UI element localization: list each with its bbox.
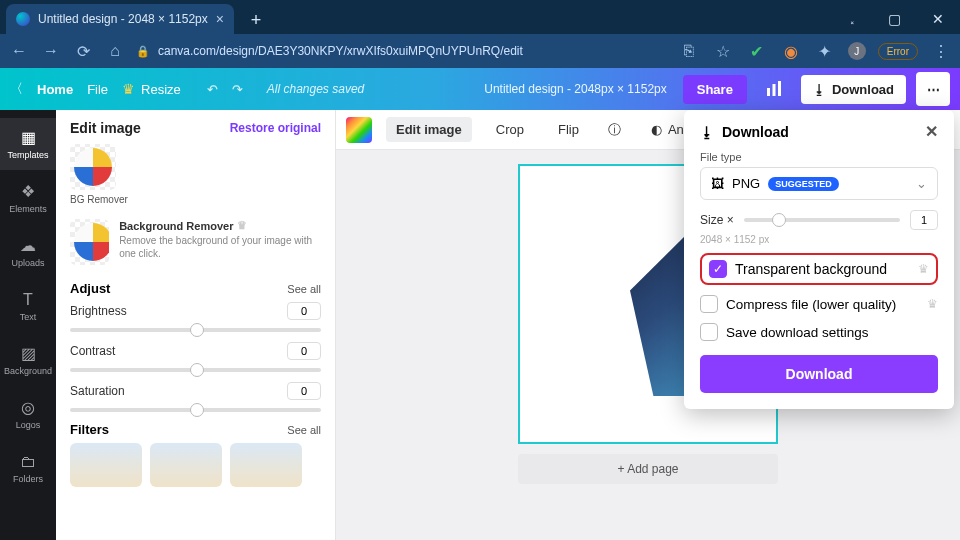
home-button[interactable]: Home bbox=[37, 82, 73, 97]
extension-shield-icon[interactable]: ✔ bbox=[746, 40, 768, 62]
file-type-select[interactable]: 🖼 PNG SUGGESTED ⌄ bbox=[700, 167, 938, 200]
file-menu[interactable]: File bbox=[87, 82, 108, 97]
url-text: canva.com/design/DAE3Y30NKPY/xrwXIfs0xui… bbox=[158, 44, 523, 58]
save-status: All changes saved bbox=[267, 82, 364, 96]
contrast-value[interactable]: 0 bbox=[287, 342, 321, 360]
window-close-icon[interactable]: ✕ bbox=[916, 4, 960, 34]
error-badge[interactable]: Error bbox=[878, 43, 918, 60]
saturation-value[interactable]: 0 bbox=[287, 382, 321, 400]
canva-favicon bbox=[16, 12, 30, 26]
bookmark-icon[interactable]: ☆ bbox=[712, 40, 734, 62]
elements-icon: ❖ bbox=[21, 182, 35, 201]
filters-header: Filters bbox=[70, 422, 109, 437]
download-popover: ⭳ Download ✕ File type 🖼 PNG SUGGESTED ⌄… bbox=[684, 110, 954, 409]
back-chevron-icon[interactable]: 〈 bbox=[10, 80, 23, 98]
slider-knob[interactable] bbox=[190, 323, 204, 337]
folders-icon: 🗀 bbox=[20, 453, 36, 471]
window-maximize-icon[interactable]: ▢ bbox=[872, 4, 916, 34]
uploads-icon: ☁ bbox=[20, 236, 36, 255]
filter-thumb[interactable] bbox=[150, 443, 222, 487]
nav-text[interactable]: TText bbox=[0, 280, 56, 332]
size-label: Size × bbox=[700, 213, 734, 227]
canvas-area: Edit image Crop Flip ⓘ ◐Animate + Add pa… bbox=[336, 110, 960, 540]
tab-title: Untitled design - 2048 × 1152px bbox=[38, 12, 208, 26]
extension-orange-icon[interactable]: ◉ bbox=[780, 40, 802, 62]
profile-avatar[interactable]: J bbox=[848, 42, 866, 60]
redo-icon[interactable]: ↷ bbox=[232, 82, 243, 97]
save-settings-row[interactable]: Save download settings bbox=[700, 323, 938, 341]
text-icon: T bbox=[23, 291, 33, 309]
color-picker[interactable] bbox=[346, 117, 372, 143]
browser-url-bar: ← → ⟳ ⌂ 🔒 canva.com/design/DAE3Y30NKPY/x… bbox=[0, 34, 960, 68]
nav-home-icon[interactable]: ⌂ bbox=[104, 40, 126, 62]
close-icon[interactable]: ✕ bbox=[925, 122, 938, 141]
slider-knob[interactable] bbox=[190, 403, 204, 417]
panel-scroll[interactable]: BG Remover Background Remover ♛ Remove t… bbox=[56, 144, 335, 540]
info-icon[interactable]: ⓘ bbox=[603, 121, 627, 139]
contrast-slider[interactable]: Contrast0 bbox=[70, 342, 321, 372]
download-title: Download bbox=[722, 124, 789, 140]
download-button[interactable]: ⭳ Download bbox=[801, 75, 906, 104]
transparent-bg-checkbox[interactable]: ✓ bbox=[709, 260, 727, 278]
adjust-see-all[interactable]: See all bbox=[287, 283, 321, 295]
filters-see-all[interactable]: See all bbox=[287, 424, 321, 436]
nav-background[interactable]: ▨Background bbox=[0, 334, 56, 386]
share-page-icon[interactable]: ⎘ bbox=[678, 40, 700, 62]
background-remover-app[interactable]: Background Remover ♛ Remove the backgrou… bbox=[70, 213, 321, 271]
lock-icon: 🔒 bbox=[136, 45, 150, 58]
url-field[interactable]: 🔒 canva.com/design/DAE3Y30NKPY/xrwXIfs0x… bbox=[136, 44, 668, 58]
compress-checkbox[interactable] bbox=[700, 295, 718, 313]
compress-file-row[interactable]: Compress file (lower quality) ♛ bbox=[700, 295, 938, 313]
new-tab-button[interactable]: + bbox=[242, 6, 270, 34]
browser-tab[interactable]: Untitled design - 2048 × 1152px × bbox=[6, 4, 234, 34]
svg-rect-0 bbox=[767, 88, 770, 96]
edit-image-tab[interactable]: Edit image bbox=[386, 117, 472, 142]
extensions-icon[interactable]: ✦ bbox=[814, 40, 836, 62]
document-title[interactable]: Untitled design - 2048px × 1152px bbox=[484, 82, 666, 96]
resize-button[interactable]: ♛Resize bbox=[122, 81, 181, 97]
filter-thumb[interactable] bbox=[230, 443, 302, 487]
download-confirm-button[interactable]: Download bbox=[700, 355, 938, 393]
crown-icon: ♛ bbox=[122, 81, 135, 97]
nav-logos[interactable]: ◎Logos bbox=[0, 388, 56, 440]
nav-back-icon[interactable]: ← bbox=[8, 40, 30, 62]
save-settings-checkbox[interactable] bbox=[700, 323, 718, 341]
transparent-background-row[interactable]: ✓ Transparent background ♛ bbox=[700, 253, 938, 285]
logos-icon: ◎ bbox=[21, 398, 35, 417]
flip-tab[interactable]: Flip bbox=[548, 117, 589, 142]
share-button[interactable]: Share bbox=[683, 75, 747, 104]
nav-forward-icon[interactable]: → bbox=[40, 40, 62, 62]
crop-tab[interactable]: Crop bbox=[486, 117, 534, 142]
undo-icon[interactable]: ↶ bbox=[207, 82, 218, 97]
image-icon: 🖼 bbox=[711, 176, 724, 191]
browser-titlebar: Untitled design - 2048 × 1152px × + 𝅃 ▢ … bbox=[0, 0, 960, 34]
chevron-down-icon: ⌄ bbox=[916, 176, 927, 191]
slider-knob[interactable] bbox=[772, 213, 786, 227]
file-type-label: File type bbox=[700, 151, 938, 163]
panel-title: Edit image bbox=[70, 120, 141, 136]
crown-icon: ♛ bbox=[927, 297, 938, 311]
app-toolbar: 〈 Home File ♛Resize ↶ ↷ All changes save… bbox=[0, 68, 960, 110]
nav-reload-icon[interactable]: ⟳ bbox=[72, 40, 94, 62]
nav-folders[interactable]: 🗀Folders bbox=[0, 442, 56, 494]
nav-templates[interactable]: ▦Templates bbox=[0, 118, 56, 170]
slider-knob[interactable] bbox=[190, 363, 204, 377]
tab-close-icon[interactable]: × bbox=[216, 11, 224, 27]
brightness-value[interactable]: 0 bbox=[287, 302, 321, 320]
brightness-slider[interactable]: Brightness0 bbox=[70, 302, 321, 332]
more-menu-button[interactable]: ⋯ bbox=[916, 72, 950, 106]
size-slider[interactable] bbox=[744, 218, 900, 222]
restore-original-link[interactable]: Restore original bbox=[230, 121, 321, 135]
size-value[interactable]: 1 bbox=[910, 210, 938, 230]
saturation-slider[interactable]: Saturation0 bbox=[70, 382, 321, 412]
beachball-icon bbox=[74, 223, 109, 261]
window-controls: 𝅃 ▢ ✕ bbox=[828, 4, 960, 34]
browser-menu-icon[interactable]: ⋮ bbox=[930, 40, 952, 62]
nav-uploads[interactable]: ☁Uploads bbox=[0, 226, 56, 278]
bg-remover-thumb[interactable]: BG Remover bbox=[70, 144, 321, 205]
filter-thumb[interactable] bbox=[70, 443, 142, 487]
window-minimize-icon[interactable]: 𝅃 bbox=[828, 4, 872, 34]
insights-icon[interactable] bbox=[757, 72, 791, 106]
add-page-button[interactable]: + Add page bbox=[518, 454, 778, 484]
nav-elements[interactable]: ❖Elements bbox=[0, 172, 56, 224]
